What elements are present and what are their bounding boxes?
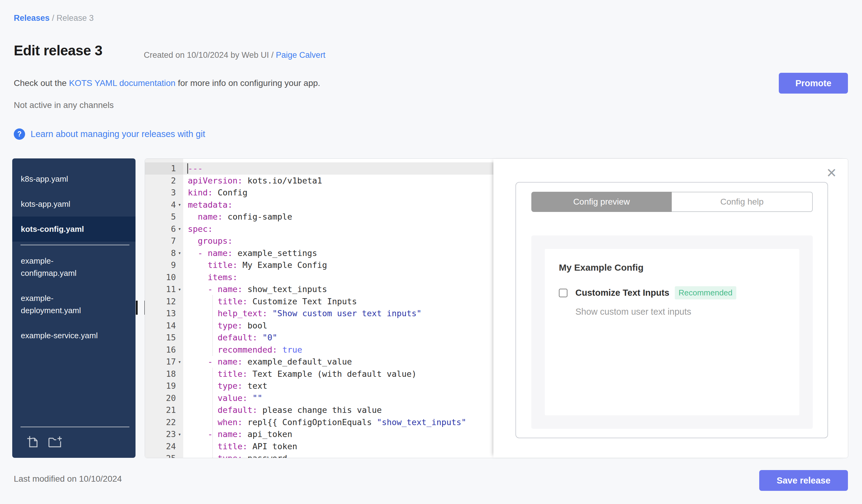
gutter-line-9: 9▾ (145, 259, 183, 271)
tab-config-preview[interactable]: Config preview (531, 192, 672, 212)
kots-yaml-doc-link[interactable]: KOTS YAML documentation (69, 78, 175, 88)
config-item-row: Customize Text Inputs Recommended (559, 286, 799, 300)
file-list: k8s-app.yamlkots-app.yamlkots-config.yam… (12, 158, 135, 348)
gutter-line-8[interactable]: 8▾ (145, 247, 183, 259)
close-icon[interactable]: ✕ (826, 167, 837, 180)
code-line-25[interactable]: type: password (183, 452, 493, 458)
code-line-23[interactable]: - name: api_token (183, 428, 493, 440)
gutter-line-10: 10▾ (145, 271, 183, 283)
config-tabs: Config preview Config help (531, 192, 813, 212)
code-line-14[interactable]: type: bool (183, 320, 493, 332)
gutter: 1▾2▾3▾4▾5▾6▾7▾8▾9▾10▾11▾12▾13▾14▾15▾16▾1… (145, 159, 183, 458)
gutter-line-12: 12▾ (145, 295, 183, 308)
gutter-line-24: 24▾ (145, 440, 183, 453)
code-line-17[interactable]: - name: example_default_value (183, 356, 493, 368)
code-line-18[interactable]: title: Text Example (with default value) (183, 368, 493, 380)
code-line-7[interactable]: groups: (183, 235, 493, 247)
last-modified-text: Last modified on 10/10/2024 (14, 474, 122, 484)
tab-config-help[interactable]: Config help (672, 192, 813, 212)
file-sidebar: k8s-app.yamlkots-app.yamlkots-config.yam… (12, 158, 135, 458)
indent-guide (212, 368, 213, 458)
gutter-line-20: 20▾ (145, 392, 183, 404)
editor-card: 1▾2▾3▾4▾5▾6▾7▾8▾9▾10▾11▾12▾13▾14▾15▾16▾1… (145, 158, 848, 458)
file-item-k8s-app-yaml[interactable]: k8s-app.yaml (12, 167, 135, 191)
code-line-21[interactable]: default: please change this value (183, 404, 493, 416)
code-line-6[interactable]: spec: (183, 223, 493, 235)
new-folder-icon[interactable] (47, 435, 62, 450)
code-line-3[interactable]: kind: Config (183, 187, 493, 199)
code-line-2[interactable]: apiVersion: kots.io/v1beta1 (183, 175, 493, 187)
save-release-button[interactable]: Save release (759, 470, 848, 491)
gutter-line-11[interactable]: 11▾ (145, 283, 183, 295)
code-line-11[interactable]: - name: show_text_inputs (183, 283, 493, 295)
promote-button[interactable]: Promote (779, 73, 848, 94)
code-line-20[interactable]: value: "" (183, 392, 493, 404)
code-line-12[interactable]: title: Customize Text Inputs (183, 295, 493, 308)
sidebar-bottom (12, 424, 135, 458)
channel-status: Not active in any channels (14, 100, 114, 110)
gutter-line-17[interactable]: 17▾ (145, 356, 183, 368)
code-line-15[interactable]: default: "0" (183, 332, 493, 344)
recommended-badge: Recommended (675, 286, 736, 300)
breadcrumb-releases-link[interactable]: Releases (14, 13, 50, 23)
code-line-24[interactable]: title: API token (183, 440, 493, 453)
code-editor[interactable]: ---apiVersion: kots.io/v1beta1kind: Conf… (183, 159, 493, 458)
new-file-icon[interactable] (26, 435, 40, 450)
gutter-line-23[interactable]: 23▾ (145, 428, 183, 440)
breadcrumb-separator: / (52, 13, 56, 23)
gutter-line-21: 21▾ (145, 404, 183, 416)
customize-text-inputs-checkbox[interactable] (559, 289, 567, 297)
code-line-1[interactable]: --- (183, 162, 493, 175)
gutter-line-15: 15▾ (145, 332, 183, 344)
config-item-label[interactable]: Customize Text Inputs (575, 288, 669, 298)
fold-arrow-icon[interactable]: ▾ (177, 431, 183, 437)
file-list-divider (21, 245, 129, 245)
fold-arrow-icon[interactable]: ▾ (177, 359, 183, 365)
gutter-line-18: 18▾ (145, 368, 183, 380)
sidebar-divider (21, 427, 129, 427)
gutter-line-1: 1▾ (145, 162, 183, 175)
code-line-19[interactable]: type: text (183, 380, 493, 392)
git-help-link[interactable]: Learn about managing your releases with … (30, 129, 205, 139)
gutter-line-25: 25▾ (145, 452, 183, 458)
code-line-10[interactable]: items: (183, 271, 493, 283)
indent-guide (212, 295, 213, 356)
config-group-title: My Example Config (559, 262, 799, 273)
code-line-4[interactable]: metadata: (183, 199, 493, 211)
author-link[interactable]: Paige Calvert (276, 51, 325, 59)
code-line-16[interactable]: recommended: true (183, 344, 493, 356)
file-item-example-configmap-yaml[interactable]: example-configmap.yaml (12, 248, 135, 286)
code-line-9[interactable]: title: My Example Config (183, 259, 493, 271)
config-item-help-text: Show custom user text inputs (575, 307, 799, 317)
fold-arrow-icon[interactable]: ▾ (177, 286, 183, 292)
code-line-13[interactable]: help_text: "Show custom user text inputs… (183, 307, 493, 320)
fold-arrow-icon[interactable]: ▾ (177, 226, 183, 232)
git-help-row: ? Learn about managing your releases wit… (14, 129, 205, 140)
file-item-example-deployment-yaml[interactable]: example-deployment.yaml (12, 286, 135, 323)
code-line-8[interactable]: - name: example_settings (183, 247, 493, 259)
file-item-example-service-yaml[interactable]: example-service.yaml (12, 323, 135, 348)
config-group-card: My Example Config Customize Text Inputs … (545, 249, 799, 415)
code-lines: ---apiVersion: kots.io/v1beta1kind: Conf… (183, 162, 493, 458)
file-item-kots-config-yaml[interactable]: kots-config.yaml (12, 216, 135, 242)
docs-post-text: for more info on configuring your app. (175, 78, 320, 88)
docs-row: Check out the KOTS YAML documentation fo… (14, 78, 320, 88)
code-line-5[interactable]: name: config-sample (183, 211, 493, 223)
docs-pre-text: Check out the (14, 78, 69, 88)
fold-arrow-icon[interactable]: ▾ (177, 250, 183, 256)
gutter-line-5: 5▾ (145, 211, 183, 223)
preview-content-area: My Example Config Customize Text Inputs … (531, 236, 813, 429)
gutter-line-7: 7▾ (145, 235, 183, 247)
gutter-line-13: 13▾ (145, 307, 183, 320)
question-icon: ? (14, 129, 25, 140)
fold-arrow-icon[interactable]: ▾ (177, 201, 183, 208)
file-item-kots-app-yaml[interactable]: kots-app.yaml (12, 191, 135, 216)
created-text: Created on 10/10/2024 by Web UI / (144, 51, 273, 59)
breadcrumb-current: Release 3 (56, 13, 94, 23)
breadcrumb: Releases / Release 3 (14, 13, 94, 23)
gutter-line-4[interactable]: 4▾ (145, 199, 183, 211)
code-line-22[interactable]: when: repl{{ ConfigOptionEquals "show_te… (183, 416, 493, 428)
gutter-line-3: 3▾ (145, 187, 183, 199)
gutter-line-6[interactable]: 6▾ (145, 223, 183, 235)
config-preview-pane: ✕ Config preview Config help My Example … (493, 159, 848, 458)
